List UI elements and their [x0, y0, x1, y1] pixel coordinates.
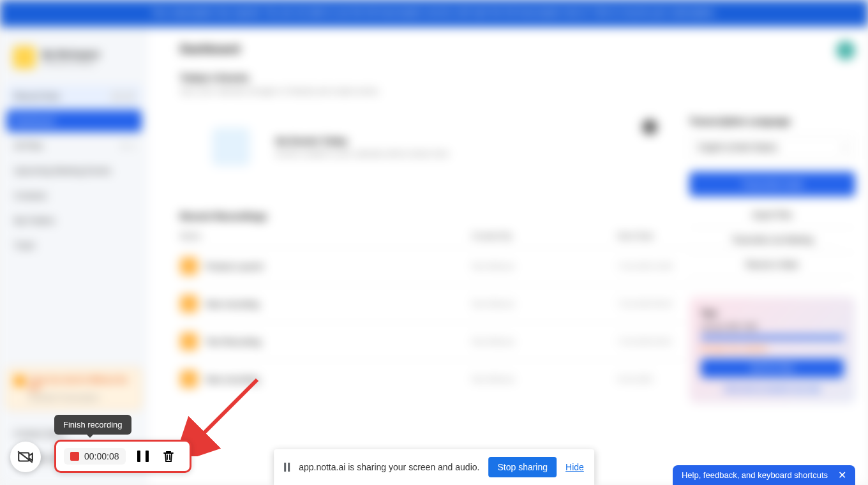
camera-off-icon — [17, 450, 34, 464]
events-section-subtitle: Sync your calendar (Google or Outlook) a… — [180, 87, 836, 96]
sharing-text: app.notta.ai is sharing your screen and … — [299, 462, 479, 472]
delete-recording-button[interactable] — [163, 450, 174, 463]
pause-icon — [137, 451, 140, 462]
events-section-title: Today's Events — [180, 72, 836, 83]
calendar-empty-icon — [212, 128, 250, 166]
sidebar-item-trash[interactable]: Trash — [6, 234, 142, 257]
camera-toggle-button[interactable] — [10, 442, 41, 472]
record-video-button[interactable]: Record a Video — [689, 253, 855, 278]
sidebar-item-upcoming-events[interactable]: Upcoming Meeting Events — [6, 160, 142, 182]
finish-recording-button[interactable]: 00:00:08 — [64, 448, 126, 465]
usage-bar — [701, 336, 844, 340]
import-files-button[interactable]: Import Files — [689, 203, 855, 228]
hide-link[interactable]: Hide — [565, 462, 584, 472]
manage-plan-link[interactable]: Click here to manage your plan — [701, 384, 844, 392]
refresh-icon[interactable] — [642, 119, 657, 135]
record-now-button[interactable]: Record Now ⬜ ⬜ — [6, 85, 142, 107]
sidebar-item-dashboard[interactable]: Dashboard — [6, 110, 142, 132]
avatar[interactable] — [836, 41, 855, 60]
screen-sharing-notice: app.notta.ai is sharing your screen and … — [274, 449, 594, 485]
help-feedback-button[interactable]: Help, feedback, and keyboard shortcuts ✕ — [673, 465, 855, 485]
transcription-language-label: Transcription Language — [689, 116, 855, 126]
workspace-subtitle: Personal Version — [42, 59, 100, 66]
gift-icon — [15, 376, 24, 386]
transcribe-live-button[interactable]: Transcribe Live Meeting — [689, 228, 855, 253]
main-content: Dashboard Today's Events Sync your calen… — [148, 27, 868, 485]
banner-text: Your subscription has expired. You are n… — [151, 8, 716, 17]
stop-icon — [70, 452, 79, 461]
page-title: Dashboard — [180, 43, 836, 56]
recording-timer: 00:00:08 — [84, 451, 119, 461]
stop-sharing-button[interactable]: Stop sharing — [488, 457, 557, 477]
file-icon — [180, 295, 198, 313]
promo-card[interactable]: 3-day free trial for Without the ads Unl… — [6, 368, 142, 410]
get-pro-button[interactable]: Get Pro Plan — [701, 359, 844, 378]
no-events-title: No Events Today — [276, 136, 449, 146]
pause-button[interactable] — [137, 451, 149, 462]
sidebar-item-all-files[interactable]: All Files + › — [6, 135, 142, 157]
pause-icon — [284, 463, 290, 472]
recording-control-bar: 00:00:08 — [54, 440, 191, 473]
transcribe-audio-button[interactable]: Transcribe Audio — [689, 172, 855, 197]
file-icon — [180, 370, 198, 388]
sidebar-item-folders[interactable]: My Folders — [6, 209, 142, 232]
sidebar-item-contacts[interactable]: Contacts — [6, 184, 142, 207]
chevron-down-icon: › — [843, 143, 846, 152]
workspace-name: My Workspace — [42, 49, 100, 59]
file-icon — [180, 332, 198, 350]
workspace-selector[interactable]: My Workspace Personal Version — [6, 40, 142, 75]
subscription-banner[interactable]: Your subscription has expired. You are n… — [0, 0, 868, 27]
language-select[interactable]: English (United States) › — [689, 136, 855, 159]
tooltip-finish-recording: Finish recording — [54, 415, 131, 435]
tips-title: Tips — [701, 308, 844, 318]
no-events-subtitle: Events created in your calendar will be … — [276, 149, 449, 158]
file-icon — [180, 257, 198, 275]
workspace-icon — [13, 46, 36, 69]
record-toggle-icons: ⬜ ⬜ — [111, 91, 134, 101]
tips-card: Tips January 600 / 600 Storage was updat… — [689, 297, 855, 403]
close-icon[interactable]: ✕ — [838, 469, 846, 481]
right-panel: Transcription Language English (United S… — [683, 116, 862, 403]
